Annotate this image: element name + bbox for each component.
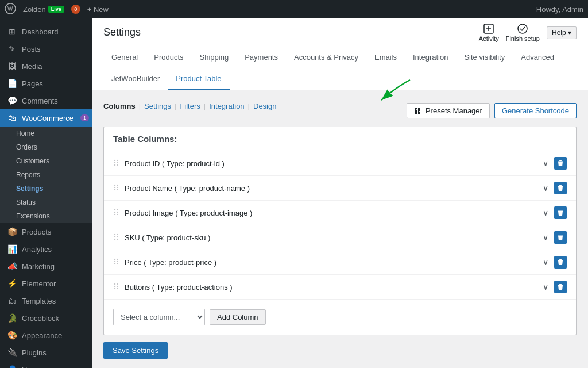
sidebar-item-templates[interactable]: 🗂 Templates (0, 292, 92, 309)
expand-button[interactable]: ∨ (541, 207, 550, 218)
expand-button[interactable]: ∨ (541, 232, 550, 243)
tab-advanced[interactable]: Advanced (513, 47, 562, 68)
sidebar-item-label: Elementor (22, 279, 56, 288)
sidebar-item-users[interactable]: 👤 Users (0, 361, 92, 368)
sidebar-item-label: Posts (22, 45, 41, 53)
sidebar-item-settings[interactable]: Settings (0, 182, 92, 195)
crocoblock-icon: 🐊 (7, 313, 17, 323)
plugins-icon: 🔌 (7, 347, 17, 358)
delete-button[interactable] (554, 256, 567, 269)
page-header: Settings Activity Finish setup Help ▾ (92, 18, 588, 47)
tab-product-table[interactable]: Product Table (168, 68, 229, 90)
site-name[interactable]: Zolden Live (23, 5, 64, 14)
sidebar-item-orders[interactable]: Orders (0, 140, 92, 154)
sidebar-item-pages[interactable]: 📄 Pages (0, 75, 92, 92)
drag-handle-icon[interactable]: ⠿ (113, 159, 119, 168)
sub-tab-integration[interactable]: Integration (209, 102, 244, 110)
finish-setup-button[interactable]: Finish setup (506, 23, 540, 42)
delete-button[interactable] (554, 206, 567, 219)
page-title: Settings (103, 26, 141, 39)
woocommerce-submenu: Home Orders Customers Reports Settings S… (0, 126, 92, 223)
delete-button[interactable] (554, 157, 567, 170)
columns-top-bar: Columns | Settings | Filters | Integrati… (103, 102, 577, 120)
tab-payments[interactable]: Payments (237, 47, 286, 68)
sidebar-item-dashboard[interactable]: ⊞ Dashboard (0, 23, 92, 40)
settings-tabs: General Products Shipping Payments Accou… (92, 47, 588, 90)
drag-handle-icon[interactable]: ⠿ (113, 233, 119, 242)
expand-button[interactable]: ∨ (541, 182, 550, 194)
analytics-icon: 📊 (7, 244, 17, 254)
sidebar-item-reports[interactable]: Reports (0, 168, 92, 182)
save-settings-button[interactable]: Save Settings (103, 342, 168, 359)
appearance-icon: 🎨 (7, 330, 17, 340)
help-button[interactable]: Help ▾ (547, 26, 577, 39)
tab-accounts[interactable]: Accounts & Privacy (286, 47, 366, 68)
column-actions: ∨ (541, 281, 567, 293)
svg-rect-14 (558, 236, 563, 236)
elementor-icon: ⚡ (7, 278, 17, 289)
notifications[interactable]: 0 (71, 5, 80, 14)
sidebar-item-media[interactable]: 🖼 Media (0, 57, 92, 75)
sidebar-item-appearance[interactable]: 🎨 Appearance (0, 327, 92, 344)
tab-emails[interactable]: Emails (366, 47, 405, 68)
drag-handle-icon[interactable]: ⠿ (113, 282, 119, 292)
column-label: Product ID ( Type: product-id ) (125, 159, 536, 168)
dashboard-icon: ⊞ (7, 26, 17, 37)
svg-rect-12 (558, 186, 563, 187)
delete-button[interactable] (554, 182, 567, 194)
tab-integration[interactable]: Integration (405, 47, 456, 68)
table-row: ⠿ Buttons ( Type: product-actions ) ∨ (104, 275, 576, 300)
sidebar-item-label: Templates (22, 297, 56, 305)
column-actions: ∨ (541, 182, 567, 194)
sidebar-item-marketing[interactable]: 📣 Marketing (0, 258, 92, 275)
sidebar-item-crocoblock[interactable]: 🐊 Crocoblock (0, 309, 92, 327)
activity-button[interactable]: Activity (479, 23, 499, 42)
table-row: ⠿ Product Image ( Type: product-image ) … (104, 201, 576, 225)
sidebar-item-extensions[interactable]: Extensions (0, 209, 92, 223)
sub-tab-filters[interactable]: Filters (180, 102, 200, 110)
tab-shipping[interactable]: Shipping (192, 47, 237, 68)
presets-manager-button[interactable]: Presets Manager (407, 103, 490, 118)
sidebar-item-customers[interactable]: Customers (0, 154, 92, 168)
sidebar: ⊞ Dashboard ✎ Posts 🖼 Media 📄 Pages 💬 Co… (0, 18, 92, 368)
expand-button[interactable]: ∨ (541, 256, 550, 268)
sidebar-item-home[interactable]: Home (0, 126, 92, 140)
sidebar-item-woocommerce[interactable]: 🛍 WooCommerce 1 (0, 109, 92, 126)
tab-jetwoob[interactable]: JetWooBuilder (103, 68, 168, 90)
table-columns-header: Table Columns: (104, 127, 576, 151)
add-column-button[interactable]: Add Column (210, 309, 266, 325)
sidebar-item-status[interactable]: Status (0, 195, 92, 209)
svg-rect-15 (558, 260, 563, 261)
add-column-area: Select a column... Add Column (104, 300, 576, 335)
drag-handle-icon[interactable]: ⠿ (113, 208, 119, 217)
sidebar-item-elementor[interactable]: ⚡ Elementor (0, 275, 92, 292)
drag-handle-icon[interactable]: ⠿ (113, 183, 119, 193)
sidebar-item-label: Dashboard (22, 28, 59, 36)
column-actions: ∨ (541, 256, 567, 269)
new-content-button[interactable]: + New (87, 5, 109, 14)
sub-tab-columns[interactable]: Columns (103, 102, 136, 110)
tab-visibility[interactable]: Site visibility (456, 47, 513, 68)
wp-logo-icon: W (5, 3, 16, 16)
expand-button[interactable]: ∨ (541, 158, 550, 169)
sidebar-item-analytics[interactable]: 📊 Analytics (0, 240, 92, 258)
delete-button[interactable] (554, 281, 567, 293)
delete-button[interactable] (554, 231, 567, 244)
expand-button[interactable]: ∨ (541, 281, 550, 293)
sidebar-item-products[interactable]: 📦 Products (0, 223, 92, 240)
sub-tab-settings[interactable]: Settings (144, 102, 171, 110)
tab-products[interactable]: Products (146, 47, 191, 68)
sidebar-item-label: WooCommerce (22, 114, 74, 122)
sub-tab-design[interactable]: Design (253, 102, 276, 110)
sidebar-item-posts[interactable]: ✎ Posts (0, 40, 92, 57)
column-select[interactable]: Select a column... (113, 309, 205, 325)
drag-handle-icon[interactable]: ⠿ (113, 258, 119, 267)
sidebar-item-label: Products (22, 228, 51, 236)
sidebar-item-comments[interactable]: 💬 Comments (0, 92, 92, 109)
tab-general[interactable]: General (103, 47, 146, 68)
column-label: SKU ( Type: product-sku ) (125, 233, 536, 242)
generate-shortcode-button[interactable]: Generate Shortcode (494, 103, 577, 118)
sidebar-item-plugins[interactable]: 🔌 Plugins (0, 344, 92, 361)
column-actions: ∨ (541, 231, 567, 244)
svg-rect-11 (558, 162, 563, 162)
